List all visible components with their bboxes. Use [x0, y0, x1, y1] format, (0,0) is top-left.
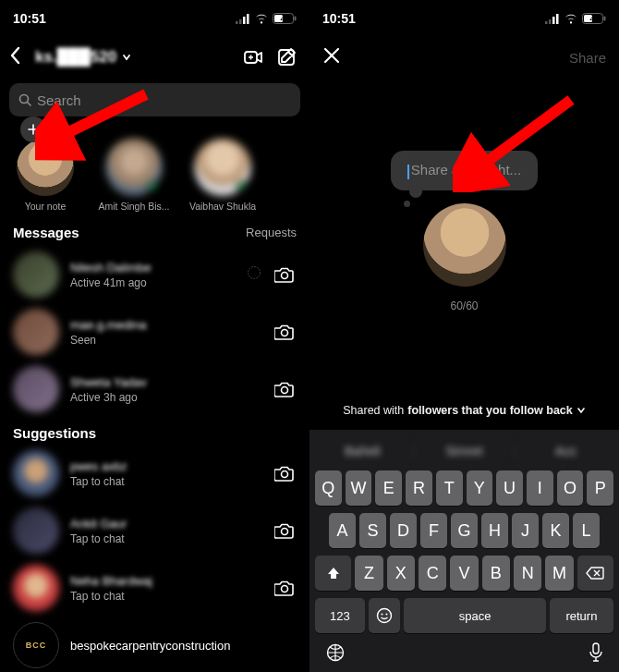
- chat-status: Active 41m ago: [70, 276, 236, 289]
- globe-key[interactable]: [325, 642, 346, 666]
- shift-icon: [326, 566, 341, 580]
- chevron-down-icon[interactable]: [122, 53, 131, 62]
- space-key[interactable]: space: [404, 598, 546, 633]
- key[interactable]: Y: [467, 470, 493, 506]
- key[interactable]: V: [450, 556, 478, 591]
- chat-status: Active 3h ago: [70, 391, 261, 404]
- key[interactable]: C: [419, 556, 446, 591]
- key[interactable]: Z: [355, 556, 382, 591]
- key[interactable]: K: [542, 513, 569, 548]
- suggestion-row[interactable]: pwes axbz Tap to chat: [0, 445, 310, 502]
- chat-row[interactable]: Nilesh Dalimbe Active 41m ago: [0, 246, 310, 303]
- key[interactable]: U: [496, 470, 523, 506]
- chat-status: Seen: [70, 334, 261, 347]
- key[interactable]: M: [545, 556, 573, 591]
- backspace-key[interactable]: [577, 556, 613, 591]
- kb-suggestion[interactable]: Baheli: [312, 444, 414, 458]
- chat-name: Shweta Yadav: [70, 375, 261, 389]
- svg-point-14: [282, 273, 288, 279]
- camera-button[interactable]: [273, 521, 297, 540]
- left-screen: 10:51 43 ks.███520 Search: [0, 0, 310, 672]
- camera-icon: [274, 464, 295, 483]
- audience-value: followers that you follow back: [407, 404, 573, 417]
- svg-point-19: [282, 586, 288, 593]
- mode-key[interactable]: 123: [315, 598, 365, 633]
- key[interactable]: G: [451, 513, 478, 548]
- svg-point-29: [378, 609, 392, 623]
- online-indicator: [148, 181, 161, 194]
- new-video-call-button[interactable]: [239, 43, 267, 71]
- key[interactable]: L: [573, 513, 600, 548]
- key[interactable]: X: [387, 556, 415, 591]
- svg-point-16: [282, 387, 288, 394]
- share-button[interactable]: Share: [569, 50, 606, 66]
- key[interactable]: W: [346, 470, 372, 506]
- camera-button[interactable]: [273, 380, 297, 398]
- key[interactable]: O: [557, 470, 584, 506]
- suggestion-row[interactable]: BCC bespokecarpentryconstruction: [0, 617, 310, 668]
- return-key[interactable]: return: [550, 598, 613, 633]
- key[interactable]: F: [420, 513, 447, 548]
- dictation-key[interactable]: [589, 642, 603, 666]
- friend-note[interactable]: Vaibhav Shukla: [187, 129, 259, 212]
- emoji-icon: [376, 607, 393, 624]
- close-friend-ring-icon: [247, 265, 261, 284]
- svg-rect-21: [545, 21, 548, 24]
- chat-row[interactable]: Shweta Yadav Active 3h ago: [0, 360, 310, 418]
- key[interactable]: Q: [315, 470, 342, 506]
- svg-text:43: 43: [281, 15, 289, 23]
- key[interactable]: I: [527, 470, 553, 506]
- back-button[interactable]: [9, 46, 30, 68]
- account-username[interactable]: ks.███520: [35, 48, 116, 67]
- svg-point-17: [282, 471, 288, 478]
- suggestion-sub: Tap to chat: [70, 590, 261, 603]
- emoji-key[interactable]: [369, 598, 401, 633]
- chat-row[interactable]: mae.g.medina Seen: [0, 303, 310, 360]
- svg-rect-4: [247, 14, 249, 24]
- svg-point-15: [282, 330, 288, 336]
- avatar: [13, 450, 59, 496]
- avatar: [13, 251, 59, 298]
- key[interactable]: T: [436, 470, 463, 506]
- camera-button[interactable]: [273, 265, 297, 284]
- suggestion-row[interactable]: Neha Bhardwaj Tap to chat: [0, 559, 310, 617]
- suggestion-row[interactable]: Ankit Gaur Tap to chat: [0, 502, 310, 559]
- kb-suggestion[interactable]: Acc: [516, 444, 616, 458]
- shift-key[interactable]: [315, 556, 351, 591]
- avatar: [423, 203, 506, 287]
- camera-button[interactable]: [273, 323, 297, 341]
- camera-icon: [274, 579, 295, 597]
- svg-rect-23: [552, 17, 555, 24]
- key[interactable]: S: [359, 513, 386, 548]
- svg-rect-2: [239, 19, 242, 24]
- close-button[interactable]: [322, 46, 341, 68]
- keyboard-suggestions: Baheli Simret Acc: [312, 435, 616, 467]
- chevron-left-icon: [9, 46, 20, 65]
- messages-header: Messages Requests: [0, 219, 310, 246]
- avatar: [13, 507, 59, 554]
- key[interactable]: D: [390, 513, 417, 548]
- compose-button[interactable]: [273, 43, 300, 71]
- key[interactable]: B: [482, 556, 510, 591]
- avatar: [13, 366, 59, 412]
- wifi-icon: [254, 14, 269, 24]
- status-bar: 10:51 43: [310, 0, 619, 37]
- signal-icon: [236, 14, 250, 24]
- requests-link[interactable]: Requests: [246, 226, 297, 239]
- key[interactable]: E: [375, 470, 402, 506]
- signal-icon: [545, 14, 560, 24]
- camera-icon: [274, 323, 295, 341]
- key[interactable]: P: [587, 470, 613, 506]
- key[interactable]: J: [512, 513, 539, 548]
- audience-selector[interactable]: Shared with followers that you follow ba…: [310, 395, 619, 430]
- camera-button[interactable]: [273, 579, 297, 597]
- key[interactable]: H: [481, 513, 508, 548]
- camera-icon: [274, 521, 295, 540]
- compose-icon: [275, 46, 297, 68]
- camera-button[interactable]: [273, 464, 297, 483]
- key[interactable]: R: [406, 470, 432, 506]
- key[interactable]: A: [329, 513, 356, 548]
- text-caret: [407, 165, 409, 179]
- kb-suggestion[interactable]: Simret: [414, 444, 516, 458]
- key[interactable]: N: [514, 556, 541, 591]
